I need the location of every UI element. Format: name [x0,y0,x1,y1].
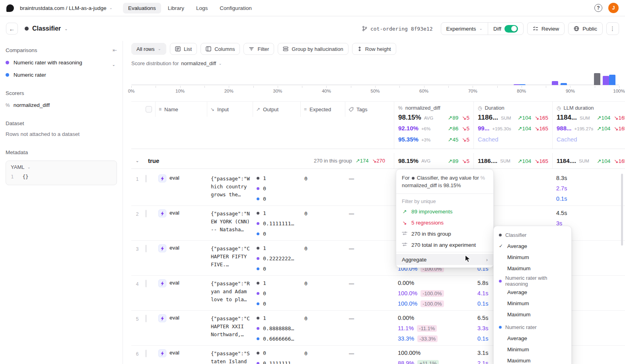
column-header-normalized-diff[interactable]: %normalized_diff98.15%AVG↗89↘592.10%+6%↗… [394,102,473,149]
submenu-option-minimum[interactable]: Minimum [494,344,571,355]
avatar[interactable]: J [608,3,619,13]
column-header-duration[interactable]: ◷Duration1186...SUM↗104↘16599...+195.30s… [473,102,552,149]
score-distribution-label[interactable]: Score distribution for normalized_diff ⌄ [131,60,222,66]
input-cell[interactable]: {"passage":"C HAPTER FIFTY FIVE.… [207,241,253,275]
tags-cell[interactable]: — [345,311,394,345]
row-height-button[interactable]: Row height [352,43,396,55]
list-view-button[interactable]: List [170,43,197,55]
tags-cell[interactable]: — [345,171,394,205]
submenu-option-average[interactable]: Average [494,287,571,298]
group-by-button[interactable]: Group by hallucination [278,43,348,55]
popup-item-5-regressions[interactable]: ↘5 regressions [396,217,493,228]
group-improvements[interactable]: ↗174 [356,158,369,164]
group-duration-cell[interactable]: 1186....SUM↗104↘165 [473,153,552,168]
column-header-name[interactable]: ≡Name [155,102,207,117]
vertical-scrollbar[interactable] [621,174,623,246]
review-button[interactable]: Review [527,22,565,35]
regressions-count[interactable]: ↘5 [462,136,469,143]
row-name-cell[interactable]: eval [155,171,207,205]
row-name-cell[interactable]: eval [155,276,207,310]
comparison-item[interactable]: Numeric rater [6,72,117,78]
improvements-count[interactable]: ↗104 [597,125,610,132]
tab-configuration[interactable]: Configuration [214,3,257,14]
column-header-output[interactable]: ↗Output [253,102,300,117]
improvements-count[interactable]: ↗104 [518,114,531,121]
breadcrumb[interactable]: braintrustdata.com / LLM-as-a-judge ⌄ [20,5,113,11]
row-checkbox[interactable] [146,315,146,322]
regressions-count[interactable]: ↘5 [462,114,469,121]
submenu-option-maximum[interactable]: Maximum [494,355,571,364]
expected-cell[interactable]: 0 [300,311,345,345]
popup-item-270-in-this-group[interactable]: 270 in this group [396,228,493,239]
filter-button[interactable]: Filter [243,43,274,55]
improvements-count[interactable]: ↗45 [448,136,458,143]
input-cell[interactable]: {"passage":"C HAPTER XXII Northward,… [207,311,253,345]
group-regressions[interactable]: ↘270 [372,158,385,164]
output-cell[interactable]: 10.1111111…0 [253,206,300,240]
output-cell[interactable]: 100 [253,171,300,205]
expected-cell[interactable]: 0 [300,171,345,205]
expected-cell[interactable]: 0 [300,241,345,275]
submenu-option-minimum[interactable]: Minimum [494,252,571,263]
table-row[interactable]: 1eval{"passage":"W hich country grows th… [131,171,625,206]
expected-cell[interactable]: 0 [300,346,345,364]
collapse-sidebar-icon[interactable]: ⇤ [113,47,117,53]
expected-cell[interactable]: 0 [300,206,345,240]
regressions-count[interactable]: ↘165 [535,114,548,121]
score-cell[interactable]: 0.00%100.0%-100.0%100.0%-100.0% [394,276,473,310]
diff-toggle[interactable] [504,25,518,33]
output-cell[interactable]: 100 [253,276,300,310]
yaml-content[interactable]: {} [23,174,29,180]
row-checkbox[interactable] [146,350,146,357]
help-icon[interactable]: ? [594,4,602,12]
submenu-option-maximum[interactable]: Maximum [494,309,571,320]
all-rows-button[interactable]: All rows ⌄ [131,43,166,55]
input-cell[interactable]: {"passage":"W hich country grows the… [207,171,253,205]
column-header-expected[interactable]: =Expected [300,102,345,117]
improvements-count[interactable]: ↗89 [448,158,458,164]
improvements-count[interactable]: ↗104 [597,114,610,121]
submenu-option-maximum[interactable]: Maximum [494,263,571,274]
score-cell[interactable]: 0.00%11.1%-11.1%33.3%-33.3% [394,311,473,345]
tab-logs[interactable]: Logs [191,3,213,14]
chevron-down-icon[interactable]: ⌄ [112,62,115,67]
submenu-option-average[interactable]: ✓Average [494,240,571,252]
regressions-count[interactable]: ↘165 [614,158,625,164]
submenu-option-average[interactable]: Average [494,333,571,344]
tags-cell[interactable]: — [345,241,394,275]
improvements-count[interactable]: ↗104 [518,125,531,132]
back-button[interactable]: ← [6,23,18,35]
regressions-count[interactable]: ↘5 [462,158,469,164]
score-distribution-histogram[interactable] [131,70,619,85]
row-name-cell[interactable]: eval [155,241,207,275]
columns-button[interactable]: Columns [201,43,240,55]
group-llm-duration-cell[interactable]: 1184....SUM↗104↘165 [552,153,625,168]
improvements-count[interactable]: ↗104 [597,158,610,164]
popup-item-89-improvements[interactable]: ↗89 improvements [396,206,493,217]
expected-cell[interactable]: 0 [300,276,345,310]
group-score-cell[interactable]: 98.15%AVG↗89↘5 [394,153,473,168]
improvements-count[interactable]: ↗104 [518,158,531,164]
column-header-llm-duration[interactable]: ◷LLM duration1184...SUM↗104↘165988...+19… [552,102,625,149]
submenu-option-minimum[interactable]: Minimum [494,298,571,309]
improvements-count[interactable]: ↗89 [448,114,458,121]
column-header-input[interactable]: ↘Input [207,102,253,117]
regressions-count[interactable]: ↘165 [535,158,548,164]
regressions-count[interactable]: ↘165 [614,125,625,132]
yaml-format-label[interactable]: YAML [11,164,24,170]
row-checkbox[interactable] [146,280,146,287]
chevron-down-icon[interactable]: ⌄ [131,153,143,168]
regressions-count[interactable]: ↘5 [462,125,469,132]
experiments-button[interactable]: Experiments ⌄ [441,23,488,35]
row-checkbox[interactable] [146,210,146,217]
aggregate-menu-item[interactable]: Aggregate › [396,254,493,265]
tags-cell[interactable]: — [345,206,394,240]
chevron-down-icon[interactable]: ⌄ [64,27,68,31]
input-cell[interactable]: {"passage":"R yan and Adam love to pla… [207,276,253,310]
row-checkbox[interactable] [146,175,146,182]
row-checkbox[interactable] [146,245,146,252]
popup-item-270-total-in-any-experiment[interactable]: 270 total in any experiment [396,239,493,250]
regressions-count[interactable]: ↘165 [614,114,625,121]
tags-cell[interactable]: — [345,346,394,364]
output-cell[interactable]: 00.1111111… [253,346,300,364]
